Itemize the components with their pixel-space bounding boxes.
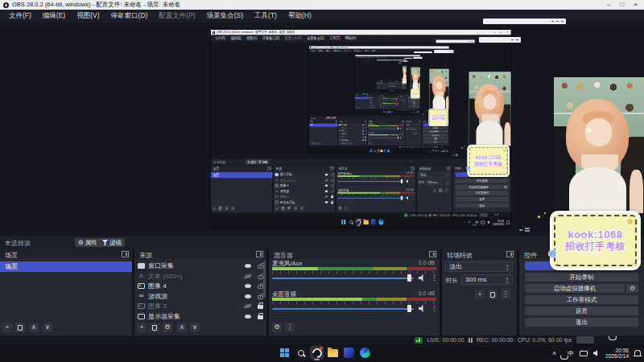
- dock-options-icon[interactable]: [429, 251, 436, 257]
- lock-icon[interactable]: [258, 265, 263, 269]
- deco-dot: [544, 212, 546, 214]
- scenes-dock-header[interactable]: 场景: [0, 249, 132, 259]
- start-virtual-camera-button[interactable]: 启动虚拟摄像机: [525, 284, 625, 293]
- transition-select[interactable]: 淡出 ∧∨: [445, 261, 513, 272]
- notification-bell-icon[interactable]: [634, 350, 641, 356]
- lock-closed-icon[interactable]: [258, 315, 263, 319]
- maximize-button[interactable]: □: [620, 2, 624, 8]
- no-source-label: 未选择源: [5, 239, 31, 248]
- window-titlebar[interactable]: OBS 28.0.2 (64-bit, windows) - 配置文件: 未命名…: [0, 0, 644, 10]
- edge-icon: [360, 348, 370, 358]
- speaker-icon[interactable]: [419, 305, 426, 312]
- source-down-button[interactable]: ∨: [190, 323, 200, 332]
- transitions-dock-header[interactable]: 转场特效: [442, 249, 517, 259]
- menu-help[interactable]: 帮助(H): [283, 11, 317, 21]
- menu-profile[interactable]: 配置文件(P): [153, 11, 200, 21]
- duration-spinbox[interactable]: 300 ms ∧∨: [461, 274, 513, 285]
- kook-sticker-overlay[interactable]: kook:1068 招收打手考核: [550, 211, 641, 270]
- visibility-eye-off-icon[interactable]: [245, 274, 251, 278]
- menu-file[interactable]: 文件(F): [3, 11, 37, 21]
- scene-up-button[interactable]: ∧: [29, 323, 39, 332]
- visibility-eye-icon[interactable]: [245, 315, 251, 319]
- trash-icon: [18, 325, 23, 331]
- filters-button[interactable]: 滤镜: [99, 238, 125, 247]
- menu-edit[interactable]: 编辑(E): [37, 11, 71, 21]
- mixer-kebab-button[interactable]: ⋮: [285, 323, 295, 332]
- menu-docks[interactable]: 停靠窗口(D): [105, 11, 154, 21]
- controls-title: 控件: [524, 251, 537, 260]
- dock-options-icon[interactable]: [506, 251, 514, 257]
- lock-icon[interactable]: [258, 275, 263, 279]
- mixer-settings-button[interactable]: ⚙: [272, 323, 282, 332]
- remove-source-button[interactable]: [150, 323, 159, 332]
- menu-scene-collection[interactable]: 场景集合(S): [201, 11, 249, 21]
- start-recording-button[interactable]: 开始录制: [525, 273, 638, 282]
- start-button[interactable]: [278, 346, 291, 360]
- desktop-kebab-menu-icon[interactable]: ⋮: [431, 305, 438, 312]
- sources-scrollbar[interactable]: [263, 261, 266, 320]
- source-row-game[interactable]: ∞ 游戏源: [134, 291, 266, 301]
- source-row-text[interactable]: A 文本 (GDI+): [134, 271, 266, 281]
- menu-view[interactable]: 视图(V): [71, 11, 105, 21]
- add-transition-button[interactable]: +: [475, 290, 485, 299]
- lock-icon[interactable]: [258, 295, 263, 299]
- visibility-eye-icon[interactable]: [245, 294, 251, 298]
- source-row-display-capture[interactable]: 显示器采集: [134, 311, 266, 321]
- close-button[interactable]: ×: [634, 2, 638, 8]
- file-explorer-button[interactable]: [326, 346, 340, 360]
- visibility-eye-icon[interactable]: [245, 284, 251, 288]
- tray-chevron-icon[interactable]: ∧: [552, 350, 556, 356]
- dock-options-icon[interactable]: [122, 251, 129, 257]
- lock-closed-icon[interactable]: [258, 305, 263, 309]
- screen: OBS 28.0.2 (64-bit, windows) - 配置文件: 未命名…: [0, 0, 644, 362]
- desktop-volume-slider[interactable]: [272, 308, 414, 310]
- filter-funnel-icon: [102, 240, 108, 245]
- properties-button[interactable]: ⚙ 属性: [75, 238, 101, 247]
- preview-canvas[interactable]: OBS 28.0.2 (64-bit, windows) - 配置文件: 未命名…: [0, 23, 644, 236]
- edge-button[interactable]: [358, 346, 372, 360]
- visibility-eye-icon[interactable]: [245, 264, 251, 268]
- mic-kebab-menu-icon[interactable]: ⋮: [431, 274, 438, 282]
- webcam-source[interactable]: ★: [554, 77, 644, 213]
- add-source-button[interactable]: +: [137, 323, 147, 332]
- mic-volume-handle[interactable]: [407, 274, 411, 282]
- cast-screen-icon[interactable]: [580, 351, 588, 356]
- sources-dock-header[interactable]: 来源: [134, 249, 266, 259]
- statusbar-handle[interactable]: [576, 336, 594, 343]
- recursive-screen-capture: OBS 28.0.2 (64-bit, windows) - 配置文件: 未命名…: [376, 60, 407, 92]
- speaker-icon[interactable]: [419, 274, 426, 282]
- exit-button[interactable]: 退出: [525, 318, 638, 327]
- menu-tools[interactable]: 工具(T): [249, 11, 283, 21]
- studio-mode-button[interactable]: 工作室模式: [525, 295, 638, 304]
- remove-scene-button[interactable]: [15, 323, 25, 332]
- sticker-dashed-frame: kook:1068 招收打手考核: [554, 215, 637, 266]
- transition-kebab-button[interactable]: ⋮: [501, 290, 510, 299]
- search-button[interactable]: [294, 346, 308, 360]
- source-row-image4[interactable]: 图像 4: [134, 281, 266, 290]
- ime-indicator[interactable]: 中: [568, 349, 574, 358]
- clock[interactable]: 20:56 2026/2/14: [605, 348, 629, 359]
- volume-icon[interactable]: [593, 350, 600, 356]
- obs-taskbar-button[interactable]: [310, 346, 324, 360]
- mixer-dock-header[interactable]: 混音器: [269, 249, 440, 259]
- dock-options-icon[interactable]: [256, 251, 263, 257]
- virtual-camera-settings-button[interactable]: ⚙: [626, 284, 638, 293]
- mic-volume-slider[interactable]: [272, 278, 414, 279]
- remove-transition-button[interactable]: [488, 290, 497, 299]
- add-scene-button[interactable]: +: [2, 323, 12, 332]
- scene-list-item-selected[interactable]: 场景: [0, 261, 132, 272]
- source-properties-button[interactable]: ⚙: [163, 323, 172, 332]
- desktop-channel-db: 0.0 dB: [419, 290, 435, 296]
- star-sticker-icon: ★: [585, 126, 592, 134]
- scene-down-button[interactable]: ∨: [43, 323, 52, 332]
- lock-icon[interactable]: [258, 285, 263, 289]
- visibility-eye-off-icon[interactable]: [245, 304, 251, 308]
- settings-button[interactable]: 设置: [525, 306, 638, 315]
- desktop-volume-handle[interactable]: [407, 305, 411, 312]
- mixer-title: 混音器: [274, 251, 293, 260]
- minimize-button[interactable]: –: [607, 2, 610, 8]
- source-row-image3[interactable]: 图像 3: [134, 301, 266, 311]
- source-up-button[interactable]: ∧: [177, 323, 187, 332]
- source-row-window-capture[interactable]: 窗口采集: [134, 261, 266, 270]
- blue-app-button[interactable]: [342, 346, 356, 360]
